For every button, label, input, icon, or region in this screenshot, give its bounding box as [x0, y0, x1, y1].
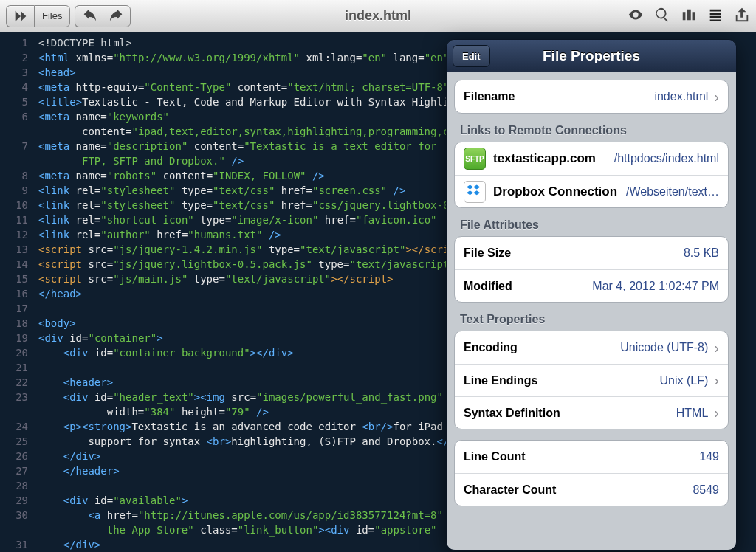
modified-row: Modified Mar 4, 2012 1:02:47 PM	[455, 269, 728, 302]
filesize-row: File Size 8.5 KB	[455, 237, 728, 269]
edit-button[interactable]: Edit	[453, 45, 490, 67]
filename-label: Filename	[464, 90, 654, 103]
popover-title: File Properties	[543, 48, 640, 64]
filename-value: index.html	[654, 90, 708, 103]
chevron-right-icon: ›	[714, 89, 719, 106]
play-forward-button[interactable]	[6, 5, 34, 27]
redo-button[interactable]	[103, 5, 131, 27]
top-toolbar: Files index.html	[0, 0, 756, 32]
filename-row[interactable]: Filename index.html ›	[455, 80, 728, 113]
attrs-header: File Attributes	[454, 208, 729, 236]
encoding-row[interactable]: Encoding Unicode (UTF-8) ›	[455, 331, 728, 364]
sftp-icon: SFTP	[464, 148, 486, 170]
linecount-row: Line Count 149	[455, 441, 728, 473]
popover-header: Edit File Properties	[447, 40, 736, 72]
chevron-right-icon: ›	[714, 404, 719, 421]
file-properties-popover: Edit File Properties Filename index.html…	[446, 39, 737, 551]
share-icon[interactable]	[734, 7, 750, 26]
file-properties-icon[interactable]	[707, 7, 724, 26]
popover-body[interactable]: Filename index.html › Links to Remote Co…	[447, 72, 736, 550]
remote-link-dropbox[interactable]: Dropbox Connection /Webseiten/text…	[455, 175, 728, 207]
charcount-row: Character Count 8549	[455, 473, 728, 506]
chevron-right-icon: ›	[714, 372, 719, 389]
links-header: Links to Remote Connections	[454, 114, 729, 142]
syntax-row[interactable]: Syntax Definition HTML ›	[455, 396, 728, 429]
undo-button[interactable]	[75, 5, 103, 27]
dropbox-icon	[464, 181, 486, 203]
files-button[interactable]: Files	[34, 5, 70, 27]
lineendings-row[interactable]: Line Endings Unix (LF) ›	[455, 364, 728, 396]
line-gutter: 1234567891011121314151617181920212223242…	[0, 32, 34, 552]
chevron-right-icon: ›	[714, 339, 719, 356]
preview-icon[interactable]	[628, 7, 644, 26]
layout-icon[interactable]	[681, 7, 697, 26]
remote-link-sftp[interactable]: SFTP textasticapp.com /httpdocs/index.ht…	[455, 142, 728, 175]
search-icon[interactable]	[654, 7, 670, 26]
textprops-header: Text Properties	[454, 303, 729, 331]
